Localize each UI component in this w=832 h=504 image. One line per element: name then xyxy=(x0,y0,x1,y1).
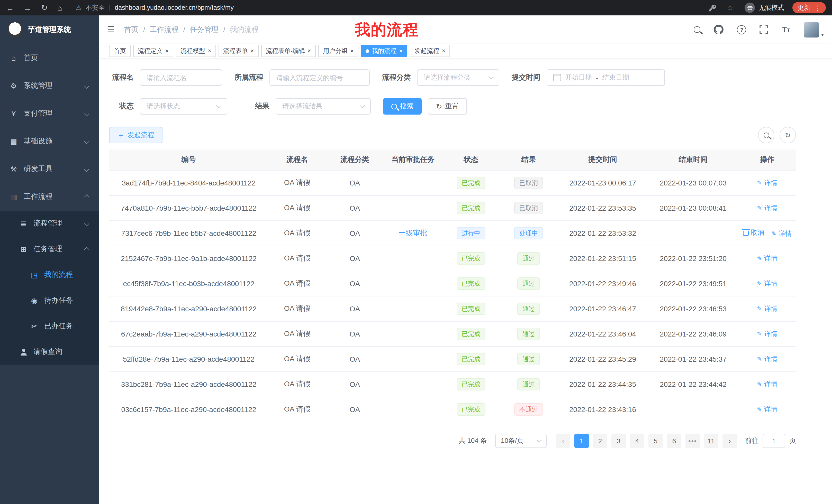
process-name-input[interactable] xyxy=(140,69,222,86)
result-tag: 通过 xyxy=(517,353,540,365)
sidebar-item-task-mgmt[interactable]: ⊞任务管理 xyxy=(0,236,99,262)
browser-refresh-icon[interactable]: ↻ xyxy=(41,3,48,12)
category-select[interactable]: 请选择流程分类 xyxy=(417,69,499,86)
prev-page-button[interactable]: ‹ xyxy=(556,433,570,448)
status-tag: 已完成 xyxy=(457,378,486,390)
cancel-button[interactable]: 取消 xyxy=(743,228,764,237)
github-icon[interactable] xyxy=(714,25,724,34)
cell-status: 已完成 xyxy=(442,296,500,321)
next-page-button[interactable]: › xyxy=(723,433,737,448)
address-bar[interactable]: ⚠ 不安全 | dashboard.yudao.iocoder.cn/bpm/t… xyxy=(76,3,234,12)
detail-button[interactable]: ✎详情 xyxy=(757,355,778,364)
search-icon[interactable] xyxy=(694,26,701,33)
tab-process-form[interactable]: 流程表单× xyxy=(218,45,259,57)
tab-home[interactable]: 首页 xyxy=(109,45,131,57)
tab-close-icon[interactable]: × xyxy=(308,48,311,54)
status-select[interactable]: 请选择状态 xyxy=(140,98,227,115)
tab-process-definition[interactable]: 流程定义× xyxy=(133,45,173,57)
bookmark-star-icon[interactable]: ☆ xyxy=(727,4,733,12)
tab-process-model[interactable]: 流程模型× xyxy=(176,45,216,57)
table-search-button[interactable] xyxy=(758,127,774,143)
page-button-11[interactable]: 11 xyxy=(704,433,718,448)
browser-menu-icon[interactable]: ⋮ xyxy=(814,4,821,11)
sidebar-item-my-process[interactable]: ◳我的流程 xyxy=(0,262,99,288)
cell-submit-time: 2022-01-22 23:45:29 xyxy=(557,346,648,372)
sidebar-item-infrastructure[interactable]: ▤基础设施 xyxy=(0,128,99,155)
help-icon[interactable] xyxy=(737,25,746,34)
detail-button[interactable]: ✎详情 xyxy=(757,380,778,389)
sidebar-item-workflow[interactable]: ▦工作流程 xyxy=(0,183,99,211)
browser-back-icon[interactable]: ← xyxy=(6,3,14,12)
page-button-1[interactable]: 1 xyxy=(574,433,589,448)
user-avatar[interactable]: ▾ xyxy=(804,22,824,37)
pencil-icon: ✎ xyxy=(757,255,762,262)
sidebar-item-todo-task[interactable]: ◉待办任务 xyxy=(0,288,99,313)
sidebar-item-system[interactable]: ⚙系统管理 xyxy=(0,72,99,100)
detail-button[interactable]: ✎详情 xyxy=(757,279,778,288)
cell-category: OA xyxy=(326,321,384,346)
sidebar-item-home[interactable]: ⌂首页 xyxy=(0,44,99,72)
page-button-2[interactable]: 2 xyxy=(593,433,607,448)
tab-process-form-edit[interactable]: 流程表单-编辑× xyxy=(261,45,316,57)
page-jump-input[interactable] xyxy=(762,433,785,448)
detail-button[interactable]: ✎详情 xyxy=(771,229,792,239)
tab-close-icon[interactable]: × xyxy=(442,48,445,54)
breadcrumb-item: 我的流程 xyxy=(230,25,259,34)
reset-button[interactable]: ↻ 重置 xyxy=(428,98,467,115)
tab-my-process[interactable]: 我的流程× xyxy=(361,45,407,57)
search-icon xyxy=(391,104,397,109)
update-button[interactable]: 更新 ⋮ xyxy=(792,2,826,13)
tab-close-icon[interactable]: × xyxy=(350,48,354,54)
detail-button[interactable]: ✎详情 xyxy=(757,405,778,414)
browser-forward-icon[interactable]: → xyxy=(24,3,31,12)
tab-close-icon[interactable]: × xyxy=(165,48,169,54)
create-process-button[interactable]: ＋ 发起流程 xyxy=(109,127,162,143)
browser-home-icon[interactable]: ⌂ xyxy=(57,3,62,12)
sidebar-item-process-mgmt[interactable]: ≣流程管理 xyxy=(0,211,99,236)
sidebar-toggle-icon[interactable]: ☰ xyxy=(107,24,115,35)
page-size-label: 10条/页 xyxy=(501,436,523,445)
tab-close-icon[interactable]: × xyxy=(251,48,254,54)
table-refresh-button[interactable]: ↻ xyxy=(780,127,796,143)
page-button-4[interactable]: 4 xyxy=(630,433,644,448)
detail-button[interactable]: ✎详情 xyxy=(757,203,778,213)
fullscreen-icon[interactable] xyxy=(760,25,769,34)
cell-status: 已完成 xyxy=(442,321,500,346)
key-icon[interactable] xyxy=(709,4,717,11)
cell-submit-time: 2022-01-22 23:53:32 xyxy=(557,221,648,246)
page-button-3[interactable]: 3 xyxy=(612,433,626,448)
tab-user-group[interactable]: 用户分组× xyxy=(318,45,358,57)
sidebar-item-payment[interactable]: ¥支付管理 xyxy=(0,100,99,128)
cell-process-name: OA 请假 xyxy=(268,372,326,397)
breadcrumb-item[interactable]: 任务管理 xyxy=(190,25,218,34)
breadcrumb-item[interactable]: 首页 xyxy=(124,25,138,34)
sidebar-item-leave-query[interactable]: 请假查询 xyxy=(0,339,99,365)
detail-button[interactable]: ✎详情 xyxy=(757,329,778,339)
end-date-placeholder: 结束日期 xyxy=(602,73,629,82)
tab-close-icon[interactable]: × xyxy=(399,48,402,54)
detail-button[interactable]: ✎详情 xyxy=(757,254,778,263)
detail-button[interactable]: ✎详情 xyxy=(757,178,778,188)
page-button-5[interactable]: 5 xyxy=(648,433,663,448)
date-range-picker[interactable]: 开始日期 - 结束日期 xyxy=(547,69,665,86)
column-header: 结果 xyxy=(500,149,557,170)
detail-button[interactable]: ✎详情 xyxy=(757,304,778,313)
cell-end-time: 2022-01-22 23:45:37 xyxy=(648,346,738,372)
sidebar-item-label: 待办任务 xyxy=(44,296,73,305)
tab-close-icon[interactable]: × xyxy=(208,48,211,54)
page-more-button[interactable]: ••• xyxy=(685,433,700,448)
font-size-icon[interactable]: TT xyxy=(782,25,790,34)
current-task-link[interactable]: 一级审批 xyxy=(398,229,427,237)
cell-result: 通过 xyxy=(500,321,557,346)
process-definition-input[interactable] xyxy=(269,69,370,86)
sidebar-item-done-task[interactable]: ✂已办任务 xyxy=(0,313,99,339)
page-button-6[interactable]: 6 xyxy=(667,433,681,448)
top-navbar: ☰ 首页/工作流程/任务管理/我的流程 TT ▾ xyxy=(99,16,832,44)
page-size-select[interactable]: 10条/页 xyxy=(495,433,547,448)
breadcrumb-item[interactable]: 工作流程 xyxy=(150,25,178,34)
tab-create-process[interactable]: 发起流程× xyxy=(410,45,450,57)
sidebar-item-dev-tools[interactable]: ⚒研发工具 xyxy=(0,155,99,183)
cell-result: 通过 xyxy=(500,372,557,397)
result-select[interactable]: 请选择流结果 xyxy=(276,98,371,115)
search-button[interactable]: 搜索 xyxy=(383,98,422,115)
